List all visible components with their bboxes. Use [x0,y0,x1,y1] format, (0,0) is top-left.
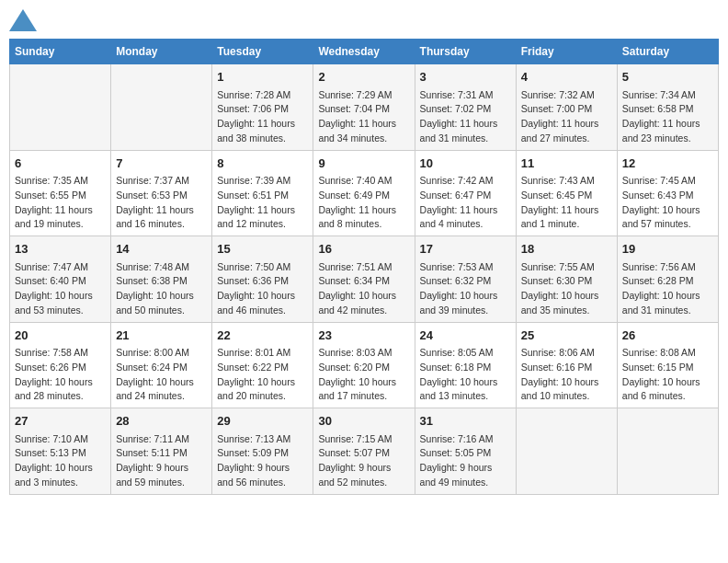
logo-icon [9,9,37,31]
day-number: 14 [116,240,207,259]
calendar-day-23: 23Sunrise: 8:03 AMSunset: 6:20 PMDayligh… [313,322,415,408]
day-info: Sunrise: 7:39 AMSunset: 6:51 PMDaylight:… [217,174,308,232]
calendar-table: SundayMondayTuesdayWednesdayThursdayFrid… [9,39,719,495]
day-number: 1 [217,68,308,86]
day-number: 9 [318,155,409,173]
day-number: 11 [521,155,612,173]
header-day-thursday: Thursday [415,40,516,64]
calendar-day-20: 20Sunrise: 7:58 AMSunset: 6:26 PMDayligh… [10,322,111,408]
day-number: 10 [420,155,511,173]
day-number: 29 [217,412,308,431]
day-info: Sunrise: 7:28 AMSunset: 7:06 PMDaylight:… [217,88,308,146]
header-day-tuesday: Tuesday [212,40,313,64]
calendar-day-empty [516,408,617,495]
day-info: Sunrise: 7:53 AMSunset: 6:32 PMDaylight:… [420,260,511,318]
calendar-day-22: 22Sunrise: 8:01 AMSunset: 6:22 PMDayligh… [212,322,313,408]
calendar-day-21: 21Sunrise: 8:00 AMSunset: 6:24 PMDayligh… [111,322,212,408]
day-number: 28 [116,412,207,431]
calendar-day-18: 18Sunrise: 7:55 AMSunset: 6:30 PMDayligh… [516,236,617,323]
calendar-day-11: 11Sunrise: 7:43 AMSunset: 6:45 PMDayligh… [516,150,617,236]
day-info: Sunrise: 8:03 AMSunset: 6:20 PMDaylight:… [318,346,409,404]
day-info: Sunrise: 8:05 AMSunset: 6:18 PMDaylight:… [420,346,511,404]
calendar-day-19: 19Sunrise: 7:56 AMSunset: 6:28 PMDayligh… [617,236,718,323]
calendar-week-row: 20Sunrise: 7:58 AMSunset: 6:26 PMDayligh… [10,322,719,408]
day-info: Sunrise: 7:32 AMSunset: 7:00 PMDaylight:… [521,88,612,146]
day-number: 27 [15,412,106,431]
day-info: Sunrise: 7:55 AMSunset: 6:30 PMDaylight:… [521,260,612,318]
header-day-friday: Friday [516,40,617,64]
day-info: Sunrise: 7:11 AMSunset: 5:11 PMDaylight:… [116,432,207,490]
calendar-day-25: 25Sunrise: 8:06 AMSunset: 6:16 PMDayligh… [516,322,617,408]
calendar-day-empty [111,64,212,151]
day-info: Sunrise: 8:00 AMSunset: 6:24 PMDaylight:… [116,346,207,404]
day-info: Sunrise: 7:34 AMSunset: 6:58 PMDaylight:… [622,88,713,146]
day-info: Sunrise: 7:42 AMSunset: 6:47 PMDaylight:… [420,174,511,232]
calendar-day-16: 16Sunrise: 7:51 AMSunset: 6:34 PMDayligh… [313,236,415,323]
day-info: Sunrise: 7:35 AMSunset: 6:55 PMDaylight:… [15,174,106,232]
calendar-day-4: 4Sunrise: 7:32 AMSunset: 7:00 PMDaylight… [516,64,617,151]
calendar-day-12: 12Sunrise: 7:45 AMSunset: 6:43 PMDayligh… [617,150,718,236]
day-info: Sunrise: 7:10 AMSunset: 5:13 PMDaylight:… [15,432,106,490]
day-number: 31 [420,412,511,431]
day-number: 25 [521,327,612,345]
day-info: Sunrise: 7:50 AMSunset: 6:36 PMDaylight:… [217,260,308,318]
day-number: 23 [318,327,409,345]
calendar-day-24: 24Sunrise: 8:05 AMSunset: 6:18 PMDayligh… [415,322,516,408]
calendar-header-row: SundayMondayTuesdayWednesdayThursdayFrid… [10,40,719,64]
calendar-week-row: 13Sunrise: 7:47 AMSunset: 6:40 PMDayligh… [10,236,719,323]
day-number: 3 [420,68,511,86]
header-day-monday: Monday [111,40,212,64]
calendar-day-5: 5Sunrise: 7:34 AMSunset: 6:58 PMDaylight… [617,64,718,151]
day-number: 7 [116,155,207,173]
day-number: 19 [622,240,713,259]
day-info: Sunrise: 7:13 AMSunset: 5:09 PMDaylight:… [217,432,308,490]
day-number: 17 [420,240,511,259]
day-info: Sunrise: 7:40 AMSunset: 6:49 PMDaylight:… [318,174,409,232]
day-number: 13 [15,240,106,259]
day-info: Sunrise: 7:56 AMSunset: 6:28 PMDaylight:… [622,260,713,318]
calendar-day-6: 6Sunrise: 7:35 AMSunset: 6:55 PMDaylight… [10,150,111,236]
day-info: Sunrise: 7:37 AMSunset: 6:53 PMDaylight:… [116,174,207,232]
day-number: 12 [622,155,713,173]
calendar-day-9: 9Sunrise: 7:40 AMSunset: 6:49 PMDaylight… [313,150,415,236]
calendar-day-7: 7Sunrise: 7:37 AMSunset: 6:53 PMDaylight… [111,150,212,236]
day-info: Sunrise: 7:47 AMSunset: 6:40 PMDaylight:… [15,260,106,318]
svg-marker-0 [9,9,37,31]
day-number: 6 [15,155,106,173]
day-number: 30 [318,412,409,431]
day-number: 2 [318,68,409,86]
page-header [9,9,719,31]
day-info: Sunrise: 7:15 AMSunset: 5:07 PMDaylight:… [318,432,409,490]
day-number: 8 [217,155,308,173]
day-number: 21 [116,327,207,345]
day-number: 26 [622,327,713,345]
calendar-day-14: 14Sunrise: 7:48 AMSunset: 6:38 PMDayligh… [111,236,212,323]
day-info: Sunrise: 8:06 AMSunset: 6:16 PMDaylight:… [521,346,612,404]
calendar-day-17: 17Sunrise: 7:53 AMSunset: 6:32 PMDayligh… [415,236,516,323]
calendar-day-empty [617,408,718,495]
day-info: Sunrise: 7:16 AMSunset: 5:05 PMDaylight:… [420,432,511,490]
calendar-day-29: 29Sunrise: 7:13 AMSunset: 5:09 PMDayligh… [212,408,313,495]
calendar-week-row: 6Sunrise: 7:35 AMSunset: 6:55 PMDaylight… [10,150,719,236]
day-number: 24 [420,327,511,345]
calendar-day-2: 2Sunrise: 7:29 AMSunset: 7:04 PMDaylight… [313,64,415,151]
calendar-day-15: 15Sunrise: 7:50 AMSunset: 6:36 PMDayligh… [212,236,313,323]
calendar-day-1: 1Sunrise: 7:28 AMSunset: 7:06 PMDaylight… [212,64,313,151]
calendar-day-10: 10Sunrise: 7:42 AMSunset: 6:47 PMDayligh… [415,150,516,236]
header-day-saturday: Saturday [617,40,718,64]
calendar-day-empty [10,64,111,151]
day-info: Sunrise: 7:51 AMSunset: 6:34 PMDaylight:… [318,260,409,318]
day-number: 5 [622,68,713,86]
day-info: Sunrise: 8:01 AMSunset: 6:22 PMDaylight:… [217,346,308,404]
day-number: 4 [521,68,612,86]
day-info: Sunrise: 7:29 AMSunset: 7:04 PMDaylight:… [318,88,409,146]
calendar-day-13: 13Sunrise: 7:47 AMSunset: 6:40 PMDayligh… [10,236,111,323]
calendar-week-row: 1Sunrise: 7:28 AMSunset: 7:06 PMDaylight… [10,64,719,151]
calendar-day-27: 27Sunrise: 7:10 AMSunset: 5:13 PMDayligh… [10,408,111,495]
calendar-day-28: 28Sunrise: 7:11 AMSunset: 5:11 PMDayligh… [111,408,212,495]
day-number: 20 [15,327,106,345]
header-day-sunday: Sunday [10,40,111,64]
calendar-week-row: 27Sunrise: 7:10 AMSunset: 5:13 PMDayligh… [10,408,719,495]
day-number: 22 [217,327,308,345]
calendar-day-30: 30Sunrise: 7:15 AMSunset: 5:07 PMDayligh… [313,408,415,495]
